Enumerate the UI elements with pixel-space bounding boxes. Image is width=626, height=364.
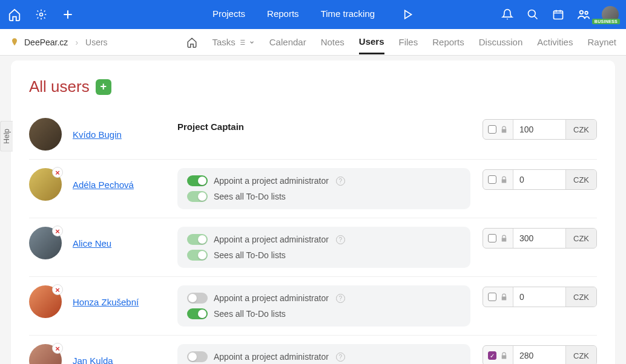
user-name-link[interactable]: Alice Neu bbox=[73, 238, 111, 249]
perm-label: Appoint a project administrator bbox=[214, 293, 329, 303]
svg-point-1 bbox=[529, 10, 536, 18]
user-row: ×Jan KuldaAppoint a project administrato… bbox=[29, 335, 597, 364]
toggle-sees-all-todos[interactable] bbox=[187, 191, 208, 202]
rate-checkbox[interactable] bbox=[488, 234, 496, 242]
user-row: Kvído BuginProject CaptainCZK bbox=[29, 109, 597, 159]
help-icon[interactable]: ? bbox=[336, 353, 345, 362]
toggle-appoint-admin[interactable] bbox=[187, 351, 208, 362]
tab-files[interactable]: Files bbox=[399, 31, 418, 53]
avatar[interactable] bbox=[29, 118, 62, 151]
remove-user-button[interactable]: × bbox=[52, 284, 63, 295]
rate-input[interactable] bbox=[513, 229, 565, 248]
plus-icon[interactable] bbox=[61, 7, 75, 22]
avatar[interactable]: × bbox=[29, 168, 62, 201]
breadcrumb-project[interactable]: DeePear.cz bbox=[24, 37, 68, 47]
user-name-link[interactable]: Jan Kulda bbox=[73, 356, 113, 365]
rate-currency: CZK bbox=[565, 346, 596, 364]
remove-user-button[interactable]: × bbox=[52, 167, 63, 178]
top-nav: Projects Reports Time tracking bbox=[213, 8, 413, 21]
remove-user-button[interactable]: × bbox=[52, 226, 63, 236]
rate-checkbox[interactable] bbox=[488, 175, 496, 184]
perm-label: Appoint a project administrator bbox=[214, 352, 329, 362]
bell-icon[interactable] bbox=[500, 7, 515, 22]
tab-calendar[interactable]: Calendar bbox=[269, 31, 306, 53]
play-icon[interactable] bbox=[401, 8, 413, 21]
user-row: ×Alice NeuAppoint a project administrato… bbox=[29, 218, 597, 276]
avatar[interactable]: BUSINESS bbox=[602, 6, 619, 23]
breadcrumb-current: Users bbox=[85, 37, 108, 47]
rate-group: ✓CZK bbox=[483, 345, 597, 364]
tab-activities[interactable]: Activities bbox=[537, 31, 573, 53]
svg-point-0 bbox=[40, 13, 43, 16]
lock-icon bbox=[500, 235, 508, 242]
rate-currency: CZK bbox=[565, 120, 596, 139]
remove-user-button[interactable]: × bbox=[52, 343, 63, 354]
rate-input[interactable] bbox=[513, 287, 565, 307]
avatar[interactable]: × bbox=[29, 344, 62, 364]
rate-currency: CZK bbox=[565, 229, 596, 248]
perm-label: Appoint a project administrator bbox=[214, 235, 329, 244]
perm-row-appoint-admin: Appoint a project administrator? bbox=[187, 351, 461, 362]
chevron-right-icon: › bbox=[75, 37, 78, 47]
nav-time-tracking[interactable]: Time tracking bbox=[321, 8, 375, 21]
perm-row-sees-all-todos: Sees all To-Do lists bbox=[187, 250, 461, 261]
rate-checkbox[interactable]: ✓ bbox=[488, 351, 496, 360]
search-icon[interactable] bbox=[526, 7, 540, 22]
rate-currency: CZK bbox=[565, 170, 596, 189]
rate-group: CZK bbox=[483, 119, 597, 140]
calendar-icon[interactable] bbox=[551, 7, 565, 22]
toggle-sees-all-todos[interactable] bbox=[187, 308, 208, 319]
subnav-home-icon[interactable] bbox=[186, 37, 197, 48]
nav-reports[interactable]: Reports bbox=[267, 8, 299, 21]
help-tab[interactable]: Help bbox=[0, 121, 13, 152]
gear-icon[interactable] bbox=[34, 7, 48, 22]
user-row: ×Adéla PechováAppoint a project administ… bbox=[29, 159, 597, 218]
tab-raynet[interactable]: Raynet bbox=[587, 31, 616, 53]
perm-label: Appoint a project administrator bbox=[214, 176, 329, 186]
tab-users[interactable]: Users bbox=[359, 30, 384, 54]
permissions-box: Appoint a project administrator?Sees all… bbox=[177, 344, 470, 364]
perm-row-appoint-admin: Appoint a project administrator? bbox=[187, 175, 461, 186]
toggle-sees-all-todos[interactable] bbox=[187, 250, 208, 261]
lock-icon bbox=[500, 126, 508, 134]
project-icon bbox=[10, 37, 19, 47]
rate-group: CZK bbox=[483, 228, 597, 249]
perm-label: Sees all To-Do lists bbox=[214, 250, 286, 260]
user-list: Kvído BuginProject CaptainCZK×Adéla Pech… bbox=[29, 109, 597, 364]
perm-row-sees-all-todos: Sees all To-Do lists bbox=[187, 308, 461, 319]
user-name-link[interactable]: Kvído Bugin bbox=[73, 129, 122, 140]
rate-input[interactable] bbox=[513, 346, 565, 364]
add-user-button[interactable]: + bbox=[96, 79, 111, 95]
home-icon[interactable] bbox=[7, 7, 22, 22]
toggle-appoint-admin[interactable] bbox=[187, 293, 208, 304]
svg-point-4 bbox=[585, 11, 588, 15]
toggle-appoint-admin[interactable] bbox=[187, 234, 208, 245]
user-name-link[interactable]: Honza Zkušební bbox=[73, 297, 139, 307]
lock-icon bbox=[500, 293, 508, 301]
tab-discussion[interactable]: Discussion bbox=[479, 31, 523, 53]
permissions-box: Appoint a project administrator?Sees all… bbox=[177, 285, 470, 327]
avatar[interactable]: × bbox=[29, 227, 62, 259]
tasks-view-switch[interactable] bbox=[239, 38, 255, 47]
rate-group: CZK bbox=[483, 287, 597, 307]
page-title: All users bbox=[29, 77, 90, 96]
rate-checkbox[interactable] bbox=[488, 125, 496, 134]
perm-row-appoint-admin: Appoint a project administrator? bbox=[187, 234, 461, 245]
tab-tasks[interactable]: Tasks bbox=[212, 31, 235, 53]
tab-reports[interactable]: Reports bbox=[432, 31, 464, 53]
rate-checkbox[interactable] bbox=[488, 293, 496, 301]
lock-icon bbox=[500, 176, 508, 184]
user-name-link[interactable]: Adéla Pechová bbox=[73, 180, 134, 190]
avatar[interactable]: × bbox=[29, 285, 62, 318]
help-icon[interactable]: ? bbox=[336, 294, 345, 303]
tab-notes[interactable]: Notes bbox=[321, 31, 344, 53]
nav-projects[interactable]: Projects bbox=[213, 8, 245, 21]
rate-input[interactable] bbox=[513, 120, 565, 139]
perm-row-sees-all-todos: Sees all To-Do lists bbox=[187, 191, 461, 202]
perm-row-appoint-admin: Appoint a project administrator? bbox=[187, 293, 461, 304]
rate-input[interactable] bbox=[513, 170, 565, 189]
help-icon[interactable]: ? bbox=[336, 235, 345, 244]
users-icon[interactable] bbox=[576, 7, 591, 22]
help-icon[interactable]: ? bbox=[336, 177, 345, 186]
toggle-appoint-admin[interactable] bbox=[187, 175, 208, 186]
